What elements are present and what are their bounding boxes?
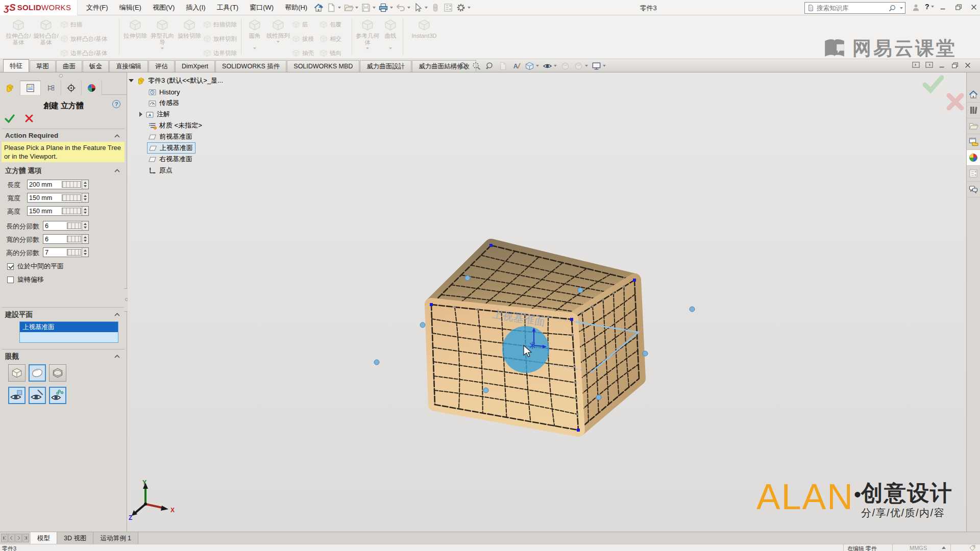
apply-scene-icon[interactable]	[574, 61, 588, 71]
doc-minimize-icon[interactable]	[938, 61, 946, 69]
panel-cancel-button[interactable]	[24, 114, 34, 123]
zoom-area-icon[interactable]	[472, 61, 481, 71]
bottom-tab-model[interactable]: 模型	[31, 532, 57, 544]
taskpane-file-explorer-icon[interactable]	[967, 134, 980, 150]
panel-help-icon[interactable]: ?	[112, 100, 120, 108]
open-button[interactable]	[342, 2, 359, 14]
menu-insert[interactable]: 插入(I)	[180, 3, 211, 12]
tab-scroll-last-icon[interactable]	[22, 534, 29, 542]
panel-ok-button[interactable]	[4, 113, 15, 123]
tree-item-annotations[interactable]: 注解	[128, 109, 250, 120]
tree-item-front-plane[interactable]: 前视基准面	[128, 131, 250, 142]
magnet-button[interactable]	[429, 2, 442, 14]
previous-view-icon[interactable]	[485, 61, 495, 71]
tree-item-origin[interactable]: 原点	[128, 165, 250, 176]
restore-button[interactable]	[954, 3, 963, 11]
ribbon-revolved-boss-button[interactable]: 旋转凸台/基体	[33, 15, 59, 46]
close-button[interactable]	[970, 3, 978, 11]
panel-tab-configurations[interactable]	[41, 81, 61, 95]
status-units[interactable]: MMGS	[910, 545, 927, 551]
show-edges-button[interactable]	[29, 387, 46, 404]
minimize-button[interactable]	[939, 3, 947, 11]
tree-item-top-plane[interactable]: 上视基准面	[128, 142, 250, 154]
properties-button[interactable]	[442, 2, 454, 14]
width-segments-spinner[interactable]	[82, 235, 88, 243]
cube-options-header[interactable]: 立方體 選項	[5, 166, 41, 176]
ribbon-linear-pattern-button[interactable]: 线性阵列	[266, 15, 290, 43]
panel-collapse-handle[interactable]	[59, 74, 63, 78]
selected-plane-item[interactable]: 上视基准面	[20, 322, 118, 332]
view-orientation-icon[interactable]	[525, 61, 539, 71]
tab-dimxpert[interactable]: DimXpert	[175, 60, 215, 72]
ribbon-reference-geometry-button[interactable]: 参考几何体	[355, 15, 380, 49]
tree-item-part-root[interactable]: 零件3 (默认<<默认>_显...	[128, 75, 250, 86]
zoom-fit-icon[interactable]	[458, 61, 468, 71]
taskpane-design-library-icon[interactable]	[967, 118, 980, 134]
ribbon-wrap-button[interactable]: 包覆	[320, 18, 341, 31]
annotation-view-icon[interactable]	[511, 61, 521, 71]
menu-tools[interactable]: 工具(T)	[211, 3, 244, 12]
select-button[interactable]	[412, 2, 429, 14]
panel-tab-propertymanager[interactable]	[20, 81, 41, 95]
tab-features[interactable]: 特征	[3, 59, 29, 72]
display-wireframe-button[interactable]	[49, 364, 66, 382]
tree-item-history[interactable]: History	[128, 86, 250, 97]
doc-close-icon[interactable]	[964, 61, 972, 69]
tab-scroll-prev-icon[interactable]	[8, 534, 15, 542]
ribbon-intersect-button[interactable]: 相交	[320, 33, 341, 45]
cube-options-chevron-icon[interactable]	[114, 169, 120, 172]
view-section-header[interactable]: 眼觀	[5, 352, 19, 361]
height-spinner[interactable]	[82, 207, 88, 215]
tab-direct-editing[interactable]: 直接编辑	[109, 60, 148, 72]
ribbon-boundary-boss-button[interactable]: 边界凸台/基体	[60, 47, 107, 59]
construction-plane-chevron-icon[interactable]	[114, 313, 120, 316]
search-box[interactable]	[804, 2, 905, 14]
ribbon-lofted-cut-button[interactable]: 放样切割	[203, 33, 237, 45]
rotate-offset-checkbox[interactable]	[7, 277, 14, 283]
undo-button[interactable]	[395, 2, 411, 14]
taskpane-custom-properties-icon[interactable]	[967, 166, 980, 182]
view-settings-icon[interactable]	[592, 61, 606, 71]
length-segments-spinner[interactable]	[82, 221, 88, 230]
ribbon-swept-cut-button[interactable]: 扫描切除	[203, 18, 237, 31]
tab-scroll-first-icon[interactable]	[1, 534, 8, 542]
tree-expand-icon[interactable]	[129, 79, 134, 82]
taskpane-home-icon[interactable]	[967, 87, 980, 103]
display-style-icon[interactable]	[543, 61, 557, 71]
new-document-button[interactable]	[325, 2, 342, 14]
ribbon-sweep-button[interactable]: 扫描	[60, 18, 82, 31]
confirm-ok-corner[interactable]	[925, 78, 942, 90]
construction-plane-list[interactable]: 上视基准面	[19, 321, 118, 343]
next-window-icon[interactable]	[925, 61, 934, 69]
width-segments-thumbwheel[interactable]	[67, 236, 81, 242]
ribbon-fillet-button[interactable]: 圆角	[244, 15, 265, 49]
previous-window-icon[interactable]	[912, 61, 920, 69]
taskpane-forum-icon[interactable]	[967, 182, 980, 197]
tab-sw-mbd[interactable]: SOLIDWORKS MBD	[287, 60, 359, 72]
width-input[interactable]: 150 mm	[27, 193, 89, 203]
centered-plane-checkbox-row[interactable]: 位於中間的平面	[7, 262, 64, 270]
section-view-icon[interactable]	[498, 61, 508, 71]
height-thumbwheel[interactable]	[62, 208, 81, 214]
3d-model-canvas[interactable]: 上视基准面 Y X Z	[128, 72, 966, 532]
panel-tab-dimxpert[interactable]	[61, 81, 82, 95]
ribbon-hole-wizard-button[interactable]: 异型孔向导	[149, 15, 176, 49]
tree-expand-icon[interactable]	[139, 112, 142, 117]
ribbon-boundary-cut-button[interactable]: 边界切除	[203, 47, 237, 59]
search-caret-icon[interactable]	[900, 7, 903, 9]
units-caret-icon[interactable]	[942, 546, 946, 549]
width-spinner[interactable]	[82, 193, 88, 202]
confirm-cancel-corner[interactable]	[949, 95, 962, 108]
rotate-offset-checkbox-row[interactable]: 旋轉偏移	[7, 276, 44, 284]
ribbon-loft-button[interactable]: 放样凸台/基体	[60, 33, 107, 45]
tree-item-sensors[interactable]: 传感器	[128, 97, 250, 109]
menu-help[interactable]: 帮助(H)	[279, 3, 313, 12]
ribbon-extruded-boss-button[interactable]: 拉伸凸台/基体	[5, 15, 32, 46]
bottom-tab-motion-study[interactable]: 运动算例 1	[93, 532, 138, 544]
help-button[interactable]: ?	[925, 3, 934, 11]
display-smooth-button[interactable]	[29, 364, 46, 382]
tab-surfaces[interactable]: 曲面	[56, 60, 82, 72]
construction-plane-header[interactable]: 建設平面	[5, 310, 33, 319]
menu-file[interactable]: 文件(F)	[81, 3, 114, 12]
show-faces-button[interactable]	[8, 387, 26, 404]
